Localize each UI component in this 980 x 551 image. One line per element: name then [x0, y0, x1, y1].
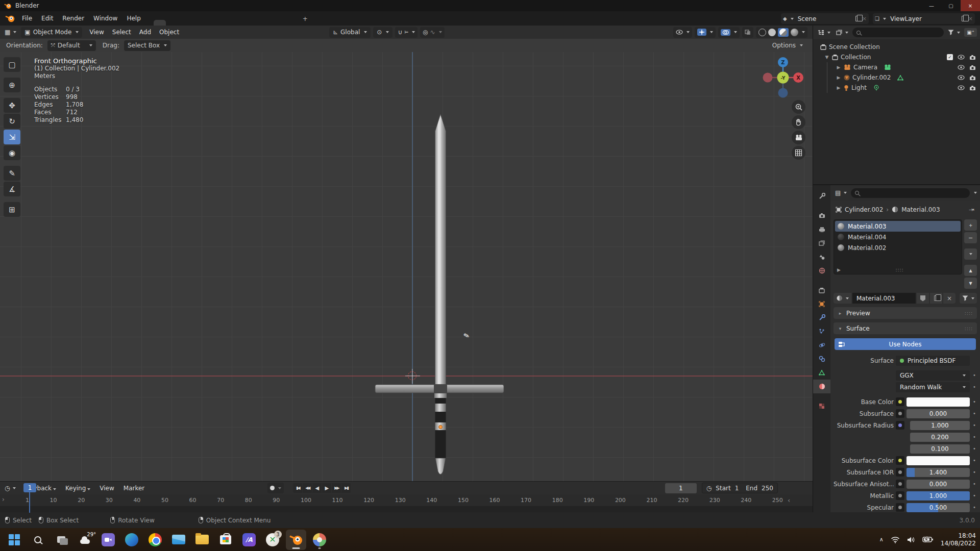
breadcrumb-material[interactable]: Material.003: [901, 206, 940, 213]
mode-dropdown[interactable]: ▣ Object Mode: [21, 27, 82, 38]
input-link-dot[interactable]: [896, 480, 904, 488]
zoom-button[interactable]: [792, 100, 805, 114]
move-slot-up-button[interactable]: ▲: [964, 265, 977, 276]
auto-keying-toggle[interactable]: [267, 483, 284, 493]
preview-panel-header[interactable]: ▸ Preview ::::: [834, 307, 977, 319]
ortho-toggle-button[interactable]: [792, 146, 805, 160]
menu-item[interactable]: Render: [58, 13, 89, 24]
material-slot[interactable]: Material.003: [835, 221, 961, 232]
material-slot[interactable]: Material.002: [835, 242, 961, 253]
workspace-tab[interactable]: [247, 20, 259, 26]
expand-arrow-icon[interactable]: ▶: [836, 75, 841, 80]
menu-item[interactable]: File: [17, 13, 37, 24]
transform-orientation-dropdown[interactable]: ⊾ Global: [329, 27, 371, 38]
workspace-tab[interactable]: [193, 20, 206, 26]
viewport-menu-item[interactable]: Add: [135, 27, 155, 37]
outliner-row-collection[interactable]: ▼ Collection ✓: [813, 52, 980, 62]
gizmos-toggle[interactable]: [695, 27, 716, 38]
blender-logo-icon[interactable]: [5, 14, 15, 22]
tool-button[interactable]: ⇲: [4, 130, 20, 144]
property-value-field[interactable]: 0.000: [906, 480, 970, 489]
outliner-display-mode-dropdown[interactable]: [816, 29, 832, 36]
tool-button[interactable]: ⊕: [4, 78, 20, 92]
input-link-dot[interactable]: [896, 456, 904, 465]
menu-item[interactable]: Help: [122, 13, 145, 24]
start-frame-field[interactable]: 1: [735, 485, 739, 492]
tool-button[interactable]: ◉: [4, 145, 20, 160]
outliner-filter-display-dropdown[interactable]: [835, 29, 850, 36]
animate-dot-icon[interactable]: •: [972, 458, 977, 463]
tool-button[interactable]: ↻: [4, 114, 20, 129]
wireframe-shading-button[interactable]: [758, 29, 766, 36]
marker-menu[interactable]: Marker: [119, 483, 149, 494]
paint-app-button[interactable]: [309, 530, 330, 550]
play-reverse-button[interactable]: ◀: [312, 483, 322, 493]
xbox-button[interactable]: ✕ 3: [262, 530, 283, 550]
weather-widget[interactable]: 29°: [75, 530, 95, 550]
task-view-button[interactable]: [51, 530, 71, 550]
unlink-material-button[interactable]: ×: [943, 293, 955, 304]
unlink-scene-icon[interactable]: ×: [862, 15, 867, 22]
tab-physics[interactable]: [813, 338, 830, 352]
surface-panel-header[interactable]: ▾ Surface ::::: [834, 322, 977, 334]
new-collection-button[interactable]: ▣⁺: [964, 28, 977, 37]
viewport-canvas[interactable]: ▢ ⊕ ✥ ↻ ⇲ ◉ ✎ ∡ ⊞: [0, 52, 813, 481]
add-workspace-button[interactable]: +: [299, 13, 312, 26]
play-button[interactable]: ▶: [322, 483, 331, 493]
current-frame-field[interactable]: 1: [665, 483, 697, 493]
workspace-tab[interactable]: [286, 20, 299, 26]
tool-button[interactable]: ∡: [4, 182, 20, 196]
workspace-tab[interactable]: [180, 20, 192, 26]
pin-icon[interactable]: 📌︎: [967, 205, 976, 214]
tab-particles[interactable]: [813, 324, 830, 338]
store-button[interactable]: [215, 530, 236, 550]
outliner-filter-dropdown[interactable]: [946, 29, 962, 36]
tab-scene[interactable]: [813, 250, 830, 264]
outliner-row-cylinder[interactable]: ▶ Cylinder.002: [814, 72, 980, 83]
workspace-tab[interactable]: [154, 20, 166, 26]
edge-button[interactable]: [121, 530, 142, 550]
drag-dropdown[interactable]: Select Box: [124, 40, 170, 51]
volume-icon[interactable]: [907, 536, 915, 543]
hide-eye-icon[interactable]: [958, 85, 965, 90]
animate-dot-icon[interactable]: •: [972, 422, 977, 428]
property-value-field[interactable]: 0.200: [910, 433, 970, 442]
proportional-edit-controls[interactable]: ◎ ∿: [420, 27, 445, 38]
medibang-button[interactable]: /A: [239, 530, 259, 550]
viewlayer-selector[interactable]: ❏ ViewLayer ×: [873, 13, 975, 24]
options-dropdown[interactable]: Options: [769, 40, 806, 51]
disable-render-icon[interactable]: [969, 75, 976, 81]
timeline-ruler[interactable]: 1102030405060708090100110120130140150160…: [0, 494, 813, 507]
new-viewlayer-icon[interactable]: [962, 16, 966, 21]
breadcrumb-object[interactable]: Cylinder.002: [845, 206, 883, 213]
pivot-point-dropdown[interactable]: ⊙: [373, 27, 393, 38]
wifi-icon[interactable]: [891, 536, 900, 543]
battery-icon[interactable]: [922, 536, 934, 543]
viewport-menu-item[interactable]: Object: [155, 27, 183, 37]
new-scene-icon[interactable]: [855, 16, 860, 21]
sss-method-dropdown[interactable]: Random Walk: [896, 382, 970, 392]
workspace-tab[interactable]: [220, 20, 232, 26]
tab-object[interactable]: [813, 297, 830, 311]
input-link-dot[interactable]: [896, 491, 904, 500]
timeline-scrollbar[interactable]: [0, 506, 813, 512]
property-value-field[interactable]: 1.000: [906, 491, 970, 500]
hide-eye-icon[interactable]: [958, 65, 965, 70]
tab-output[interactable]: [813, 222, 830, 236]
solid-shading-button[interactable]: [768, 29, 776, 36]
property-value-field[interactable]: 0.100: [910, 444, 970, 454]
outliner-row-camera[interactable]: ▶ Camera: [814, 62, 980, 72]
tool-button[interactable]: ▢: [4, 57, 20, 72]
expand-arrow-icon[interactable]: ▶: [836, 65, 841, 70]
viewport-menu-item[interactable]: View: [85, 27, 108, 37]
prev-keyframe-button[interactable]: ◀◀: [303, 483, 312, 493]
disable-render-icon[interactable]: [969, 55, 976, 60]
input-link-dot[interactable]: [896, 397, 904, 406]
tab-view-layer[interactable]: [813, 236, 830, 250]
hide-eye-icon[interactable]: [958, 75, 965, 80]
tab-constraints[interactable]: [813, 352, 830, 366]
outliner-search-input[interactable]: [852, 28, 944, 37]
jump-to-start-button[interactable]: ▮◀: [293, 483, 302, 493]
material-name-field[interactable]: Material.003: [852, 293, 916, 304]
mail-button[interactable]: [168, 530, 189, 550]
